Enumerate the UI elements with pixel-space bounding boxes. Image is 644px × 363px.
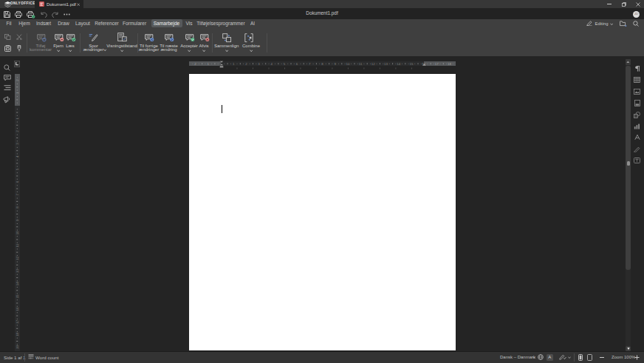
svg-text:1: 1 bbox=[16, 117, 19, 119]
svg-text:18: 18 bbox=[448, 62, 451, 66]
svg-text:3: 3 bbox=[258, 62, 260, 66]
svg-text:3: 3 bbox=[16, 143, 19, 145]
svg-text:16: 16 bbox=[16, 307, 19, 311]
svg-text:6: 6 bbox=[296, 62, 298, 66]
svg-text:2: 2 bbox=[16, 79, 19, 81]
svg-text:4: 4 bbox=[16, 155, 19, 157]
svg-text:4: 4 bbox=[271, 62, 273, 66]
svg-text:2: 2 bbox=[194, 62, 196, 66]
svg-text:5: 5 bbox=[16, 168, 19, 170]
svg-text:17: 17 bbox=[435, 62, 439, 66]
svg-text:6: 6 bbox=[16, 180, 19, 183]
svg-text:10: 10 bbox=[16, 231, 19, 234]
svg-text:9: 9 bbox=[334, 62, 336, 66]
svg-text:5: 5 bbox=[284, 62, 286, 66]
svg-text:1: 1 bbox=[16, 92, 19, 94]
svg-text:18: 18 bbox=[16, 332, 19, 336]
svg-text:1: 1 bbox=[233, 62, 235, 66]
svg-text:7: 7 bbox=[16, 194, 19, 196]
svg-text:9: 9 bbox=[16, 219, 19, 221]
svg-text:19: 19 bbox=[16, 345, 19, 349]
svg-text:14: 14 bbox=[16, 282, 19, 285]
svg-text:12: 12 bbox=[371, 62, 375, 66]
svg-text:8: 8 bbox=[321, 62, 323, 66]
svg-text:15: 15 bbox=[16, 294, 19, 298]
svg-text:2: 2 bbox=[245, 62, 247, 66]
svg-text:13: 13 bbox=[384, 62, 388, 66]
svg-text:7: 7 bbox=[309, 62, 311, 66]
svg-text:2: 2 bbox=[16, 130, 19, 132]
svg-text:8: 8 bbox=[16, 206, 19, 208]
svg-text:11: 11 bbox=[16, 243, 19, 247]
svg-text:12: 12 bbox=[16, 256, 19, 259]
svg-text:14: 14 bbox=[397, 62, 400, 66]
svg-text:10: 10 bbox=[346, 62, 349, 66]
svg-text:13: 13 bbox=[16, 269, 19, 273]
svg-text:1: 1 bbox=[208, 62, 210, 66]
svg-text:17: 17 bbox=[16, 319, 19, 323]
svg-text:11: 11 bbox=[359, 62, 363, 66]
svg-text:15: 15 bbox=[409, 62, 413, 66]
